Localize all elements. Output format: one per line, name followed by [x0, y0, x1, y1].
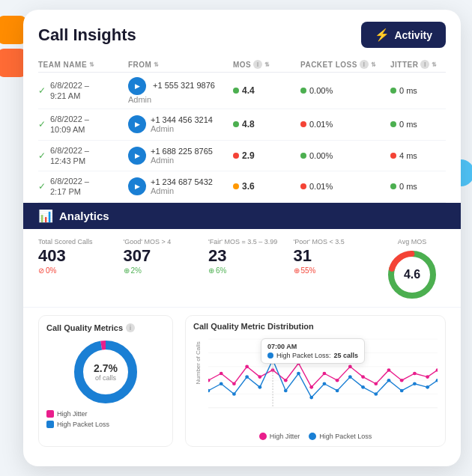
svg-point-46 — [323, 382, 327, 385]
svg-point-35 — [426, 375, 429, 379]
svg-point-40 — [245, 375, 249, 379]
stat-value-good: 307 — [124, 247, 203, 265]
th-mos: MOS i ⇅ — [233, 60, 300, 69]
stat-change-total: ⊘ 0% — [38, 266, 118, 275]
deco-square-darkorange — [0, 49, 26, 77]
stat-label-total: Total Scored Calls — [38, 238, 118, 245]
stat-value-poor: 31 — [294, 247, 373, 265]
svg-point-26 — [309, 385, 313, 389]
chart-tooltip: 07:00 AM High Packet Loss: 25 calls — [261, 338, 365, 364]
date-text: 6/8/2022 –9:21 AM — [50, 80, 89, 102]
deco-square-orange — [0, 16, 26, 44]
svg-point-20 — [232, 382, 236, 385]
stat-change-fair: ⊕ 6% — [208, 266, 288, 275]
table-row: ✓ 6/8/2022 –12:43 PM ▶ +1 688 225 8765Ad… — [38, 141, 446, 172]
mos-cell: 4.4 — [233, 85, 300, 96]
donut-chart: 2.7% of calls High Jitter High Packet Lo… — [46, 335, 165, 428]
activity-button[interactable]: ⚡ Activity — [361, 22, 446, 48]
down-icon: ⊘ — [38, 266, 44, 275]
svg-point-32 — [387, 368, 391, 372]
check-icon: ✓ — [38, 85, 46, 96]
th-jitter: JITTER i ⇅ — [390, 60, 458, 69]
packet-dot — [300, 153, 306, 159]
bars-icon: 📊 — [38, 209, 53, 223]
date-text: 6/8/2022 –12:43 PM — [50, 145, 89, 167]
table-header: TEAM NAME ⇅ FROM ⇅ MOS i ⇅ PACKET LOSS i… — [38, 57, 446, 73]
bolt-icon: ⚡ — [375, 28, 390, 42]
quality-metrics-card: Call Quality Metrics i 2.7% of calls — [38, 315, 173, 447]
date-cell: ✓ 6/8/2022 –9:21 AM — [38, 80, 128, 102]
play-button[interactable]: ▶ — [128, 147, 146, 165]
svg-point-45 — [309, 396, 313, 400]
packet-cell: 0.00% — [300, 151, 390, 160]
from-cell: ▶ +1 688 225 8765Admin — [128, 147, 233, 165]
mos-dot — [233, 121, 239, 127]
svg-point-30 — [361, 375, 365, 379]
stat-label-good: 'Good' MOS > 4 — [124, 238, 203, 245]
mos-dot-green — [233, 88, 239, 94]
jitter-dot — [390, 121, 396, 127]
date-cell: ✓ 6/8/2022 –10:09 AM — [38, 114, 128, 135]
sort-icon-packet: ⇅ — [371, 61, 377, 68]
legend-dot-jitter-dist — [259, 433, 267, 440]
stat-label-poor: 'Poor' MOS < 3.5 — [294, 238, 373, 245]
check-icon: ✓ — [38, 181, 46, 192]
svg-point-41 — [258, 385, 261, 389]
from-cell: ▶ +1 234 687 5432Admin — [128, 177, 233, 195]
info-icon-packet: i — [360, 60, 369, 69]
header: Call Insights ⚡ Activity — [23, 10, 461, 57]
mos-cell: 3.6 — [233, 181, 300, 192]
jitter-cell: 0 ms — [390, 86, 458, 95]
date-text: 6/8/2022 –2:17 PM — [50, 176, 89, 198]
svg-point-19 — [220, 371, 223, 375]
legend-jitter: High Jitter — [259, 433, 300, 440]
up-icon-fair: ⊕ — [208, 266, 214, 275]
call-table: TEAM NAME ⇅ FROM ⇅ MOS i ⇅ PACKET LOSS i… — [23, 57, 461, 203]
packet-dot — [300, 88, 306, 94]
stats-row: Total Scored Calls 403 ⊘ 0% 'Good' MOS >… — [23, 229, 461, 308]
play-button[interactable]: ▶ — [128, 77, 146, 95]
tooltip-dot — [267, 353, 273, 358]
stat-poor: 'Poor' MOS < 3.5 31 ⊕ 55% — [294, 238, 373, 301]
play-button[interactable]: ▶ — [128, 115, 146, 133]
svg-point-44 — [297, 371, 300, 375]
jitter-dot — [390, 88, 396, 94]
packet-dot-red — [300, 183, 306, 189]
svg-point-39 — [232, 392, 236, 396]
tooltip-value: High Packet Loss: 25 calls — [267, 352, 358, 359]
svg-point-28 — [336, 379, 339, 382]
info-icon-jitter: i — [420, 60, 429, 69]
svg-point-34 — [413, 371, 417, 375]
sort-icon-from: ⇅ — [154, 61, 160, 68]
play-button[interactable]: ▶ — [128, 177, 146, 195]
svg-point-48 — [348, 375, 352, 379]
table-row: ✓ 6/8/2022 –9:21 AM ▶ +1 555 321 9876Adm… — [38, 73, 446, 109]
th-team-name: TEAM NAME ⇅ — [38, 60, 128, 69]
table-row: ✓ 6/8/2022 –10:09 AM ▶ +1 344 456 3214Ad… — [38, 109, 446, 141]
from-number: +1 344 456 3214Admin — [151, 115, 213, 133]
svg-point-54 — [426, 385, 429, 389]
stat-value-total: 403 — [38, 247, 118, 265]
distribution-chart-card: Call Quality Metric Distribution Number … — [185, 315, 446, 447]
check-icon: ✓ — [38, 119, 46, 129]
packet-dot-red — [300, 121, 306, 127]
from-number: +1 234 687 5432Admin — [151, 177, 213, 195]
svg-point-50 — [374, 392, 378, 396]
check-icon: ✓ — [38, 150, 46, 161]
stat-label-fair: 'Fair' MOS = 3.5 – 3.99 — [208, 238, 288, 245]
from-cell: ▶ +1 344 456 3214Admin — [128, 115, 233, 133]
svg-point-27 — [323, 371, 327, 375]
jitter-dot-red — [390, 153, 396, 159]
date-text: 6/8/2022 –10:09 AM — [50, 114, 89, 135]
tooltip-time: 07:00 AM — [267, 343, 358, 350]
jitter-cell: 0 ms — [390, 182, 458, 191]
avg-mos-value: 4.6 — [404, 268, 420, 281]
stat-total: Total Scored Calls 403 ⊘ 0% — [38, 238, 118, 301]
up-bad-icon: ⊕ — [294, 266, 300, 275]
svg-point-43 — [284, 388, 288, 392]
stat-fair: 'Fair' MOS = 3.5 – 3.99 23 ⊕ 6% — [208, 238, 288, 301]
legend-item-jitter: High Jitter — [46, 410, 165, 418]
svg-point-38 — [220, 382, 223, 385]
jitter-cell: 4 ms — [390, 151, 458, 160]
mos-dot-red — [233, 153, 239, 159]
